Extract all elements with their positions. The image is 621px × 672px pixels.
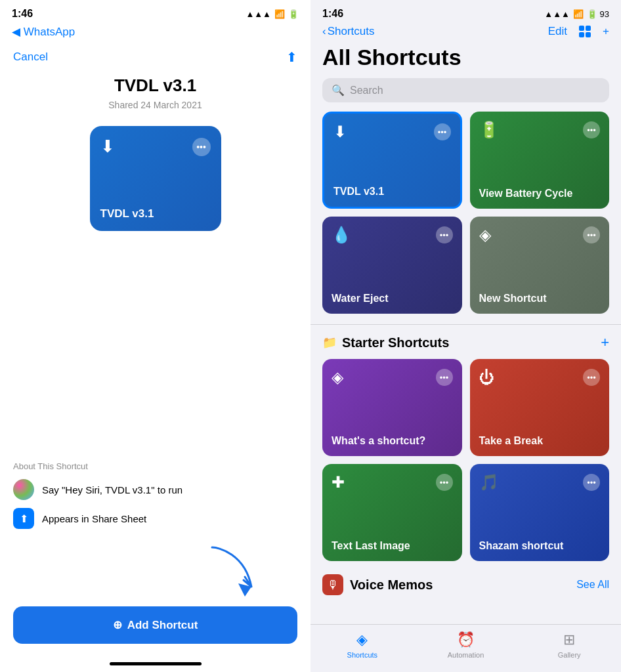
water-more-button[interactable]: •••: [436, 226, 453, 243]
wifi-icon: 📶: [274, 9, 285, 19]
status-icons-left: ▲▲▲ 📶 🔋: [246, 9, 299, 19]
folder-icon: 📁: [322, 335, 337, 350]
add-button-nav[interactable]: +: [603, 25, 609, 38]
shortcut-tile-text[interactable]: ✚ ••• Text Last Image: [322, 464, 462, 561]
back-to-shortcuts[interactable]: ‹ Shortcuts: [322, 25, 374, 38]
tvdl-more-button[interactable]: •••: [434, 123, 451, 140]
share-icon[interactable]: ⬆: [286, 49, 297, 65]
tvdl-name: TVDL v3.1: [333, 186, 451, 198]
tab-shortcuts[interactable]: ◈ Shortcuts: [310, 631, 414, 659]
tab-gallery-icon: ⊞: [563, 631, 575, 648]
shortcut-tile-shazam[interactable]: 🎵 ••• Shazam shortcut: [470, 464, 610, 561]
whats-more-button[interactable]: •••: [436, 369, 453, 386]
tab-gallery[interactable]: ⊞ Gallery: [517, 631, 621, 659]
text-icon: ✚: [332, 473, 345, 492]
new-more-button[interactable]: •••: [583, 226, 600, 243]
back-link-left[interactable]: ◀ WhatsApp: [12, 25, 299, 39]
card-more-button[interactable]: •••: [192, 138, 211, 156]
about-title: About This Shortcut: [13, 461, 297, 471]
starter-title: Starter Shortcuts: [342, 335, 449, 350]
tab-automation[interactable]: ⏰ Automation: [414, 631, 518, 659]
shortcut-tile-water[interactable]: 💧 ••• Water Eject: [322, 217, 462, 314]
signal-icon: ▲▲▲: [246, 9, 271, 19]
battery-tile-icon: 🔋: [479, 121, 499, 139]
search-icon: 🔍: [332, 84, 345, 96]
status-bar-left: 1:46 ▲▲▲ 📶 🔋: [0, 0, 310, 22]
shortcut-tile-new[interactable]: ◈ ••• New Shortcut: [470, 217, 610, 314]
shazam-more-button[interactable]: •••: [583, 474, 600, 491]
starter-grid: ◈ ••• What's a shortcut? ⏻ ••• Take a Br…: [310, 359, 621, 569]
section-divider: [310, 324, 621, 325]
nav-actions-right: Edit +: [548, 25, 609, 38]
shortcut-title: TVDL v3.1: [114, 75, 196, 96]
shortcut-date: Shared 24 March 2021: [108, 100, 202, 110]
whats-icon: ◈: [332, 368, 343, 387]
time-left: 1:46: [12, 8, 33, 20]
sheet-header: Cancel ⬆: [13, 43, 297, 75]
see-all-button[interactable]: See All: [576, 579, 609, 591]
siri-icon: [13, 479, 34, 500]
wifi-icon-right: 📶: [573, 9, 584, 19]
time-right: 1:46: [322, 8, 343, 20]
share-sheet-text: Appears in Share Sheet: [42, 513, 146, 524]
tile-top-text: ✚ •••: [332, 473, 453, 492]
new-tile-icon: ◈: [479, 226, 491, 244]
tab-automation-icon: ⏰: [457, 631, 475, 648]
new-name: New Shortcut: [479, 293, 601, 304]
starter-section-header: 📁 Starter Shortcuts +: [310, 330, 621, 359]
voice-title: Voice Memos: [350, 578, 433, 593]
tile-top-water: 💧 •••: [332, 226, 453, 244]
status-bar-right: 1:46 ▲▲▲ 📶 🔋 93: [310, 0, 621, 22]
tab-shortcuts-label: Shortcuts: [347, 651, 377, 659]
water-name: Water Eject: [332, 293, 453, 304]
back-nav-left: ◀ WhatsApp: [0, 22, 310, 43]
break-more-button[interactable]: •••: [583, 369, 600, 386]
siri-row: Say "Hey Siri, TVDL v3.1" to run: [13, 479, 297, 500]
starter-add-button[interactable]: +: [601, 334, 609, 351]
text-more-button[interactable]: •••: [436, 474, 453, 491]
voice-memos-icon: 🎙: [322, 574, 343, 595]
chevron-left-icon: ‹: [322, 25, 326, 38]
back-shortcuts-label: Shortcuts: [328, 25, 375, 38]
battery-name: View Battery Cycle: [479, 188, 601, 200]
cancel-button[interactable]: Cancel: [13, 51, 48, 64]
shortcut-tile-tvdl[interactable]: ⬇ ••• TVDL v3.1: [322, 112, 462, 209]
grid-cell-1: [579, 26, 584, 31]
shortcut-tile-break[interactable]: ⏻ ••• Take a Break: [470, 359, 610, 456]
shazam-icon: 🎵: [479, 473, 499, 492]
edit-button[interactable]: Edit: [548, 25, 567, 38]
shazam-name: Shazam shortcut: [479, 540, 601, 552]
battery-more-button[interactable]: •••: [583, 121, 600, 138]
arrow-container: [13, 547, 297, 600]
tab-bar: ◈ Shortcuts ⏰ Automation ⊞ Gallery: [310, 624, 621, 672]
tile-top-whats: ◈ •••: [332, 368, 453, 387]
status-icons-right: ▲▲▲ 📶 🔋 93: [544, 9, 609, 19]
tvdl-icon: ⬇: [333, 123, 347, 141]
grid-view-icon[interactable]: [579, 26, 591, 37]
card-title: TVDL v3.1: [100, 207, 154, 220]
left-panel: 1:46 ▲▲▲ 📶 🔋 ◀ WhatsApp Cancel ⬆ TVDL v3…: [0, 0, 310, 672]
shortcut-tile-battery[interactable]: 🔋 ••• View Battery Cycle: [470, 112, 610, 209]
card-top-row: ⬇ •••: [100, 136, 211, 157]
water-tile-icon: 💧: [332, 226, 351, 244]
add-label: Add Shortcut: [127, 619, 198, 632]
tab-automation-label: Automation: [448, 651, 484, 659]
back-nav-right: ‹ Shortcuts Edit +: [310, 22, 621, 42]
search-placeholder: Search: [350, 85, 383, 96]
grid-cell-3: [579, 32, 584, 37]
shortcut-tile-whats[interactable]: ◈ ••• What's a shortcut?: [322, 359, 462, 456]
break-icon: ⏻: [479, 368, 495, 387]
add-icon: ⊕: [113, 618, 122, 632]
grid-cell-4: [586, 32, 591, 37]
share-sheet-row: ⬆ Appears in Share Sheet: [13, 508, 297, 529]
shortcuts-grid: ⬇ ••• TVDL v3.1 🔋 ••• View Battery Cycle…: [310, 112, 621, 324]
battery-icon: 🔋: [288, 9, 299, 19]
shortcut-card[interactable]: ⬇ ••• TVDL v3.1: [90, 126, 221, 231]
siri-text: Say "Hey Siri, TVDL v3.1" to run: [42, 484, 182, 495]
tile-top-tvdl: ⬇ •••: [333, 123, 451, 141]
home-indicator-left: [110, 662, 202, 665]
search-bar[interactable]: 🔍 Search: [322, 78, 609, 102]
tile-top-new: ◈ •••: [479, 226, 601, 244]
share-sheet-icon: ⬆: [13, 508, 34, 529]
section-header-left: 📁 Starter Shortcuts: [322, 335, 449, 350]
